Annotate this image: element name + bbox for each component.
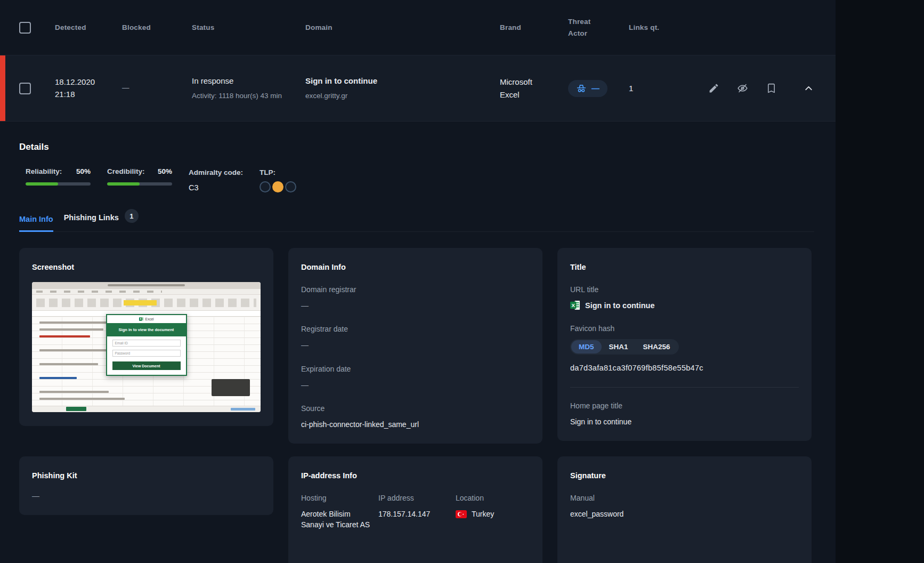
brand-cell: Microsoft Excel bbox=[500, 76, 568, 101]
signature-title: Signature bbox=[570, 471, 799, 480]
threat-actor-cell: — bbox=[568, 80, 629, 97]
details-panel: Details Reliability: 50% Credibility: 50… bbox=[0, 122, 836, 563]
status-cell: In response Activity: 1118 hour(s) 43 mi… bbox=[192, 75, 305, 102]
home-page-title-field: Home page title Sign in to continue bbox=[570, 401, 799, 427]
status-activity: Activity: 1118 hour(s) 43 min bbox=[192, 91, 289, 101]
info-cards-grid: Screenshot bbox=[19, 248, 814, 563]
threat-actor-value: — bbox=[591, 84, 599, 93]
credibility-label: Credibility: bbox=[107, 167, 145, 175]
status-value: In response bbox=[192, 75, 305, 87]
screenshot-view-document-button: View Document bbox=[112, 361, 181, 370]
links-qt-cell: 1 bbox=[629, 84, 682, 93]
screenshot-email-input: Email ID bbox=[112, 340, 181, 347]
blocked-cell: — bbox=[122, 83, 192, 93]
signature-manual-field: Manual excel_password bbox=[570, 494, 799, 519]
column-header-domain: Domain bbox=[305, 23, 500, 31]
table-header: Detected Blocked Status Domain Brand Thr… bbox=[0, 0, 836, 55]
favicon-hash-field: Favicon hash MD5 SHA1 SHA256 da7d3afa81c… bbox=[570, 324, 799, 372]
reliability-metric: Reliability: 50% bbox=[26, 167, 91, 186]
phishing-screenshot-thumbnail[interactable]: X Excel Sign in to view the document Ema… bbox=[32, 282, 261, 412]
select-all-checkbox[interactable] bbox=[19, 22, 31, 34]
table-row[interactable]: 18.12.2020 21:18 — In response Activity:… bbox=[0, 55, 836, 122]
title-card-title: Title bbox=[570, 263, 799, 271]
ip-info-title: IP-address Info bbox=[301, 471, 530, 480]
screenshot-dialog-title: Sign in to view the document bbox=[107, 323, 186, 336]
expiration-date-field: Expiration date — bbox=[301, 365, 530, 390]
excel-favicon-icon: X bbox=[570, 300, 580, 310]
screenshot-password-input: Password bbox=[112, 350, 181, 357]
url-title-field: URL title X Sign in to continue bbox=[570, 285, 799, 310]
phishing-links-count-badge: 1 bbox=[125, 209, 139, 223]
reliability-value: 50% bbox=[76, 167, 91, 175]
page-content: Detected Blocked Status Domain Brand Thr… bbox=[0, 0, 836, 563]
phishing-kit-card: Phishing Kit — bbox=[19, 456, 273, 515]
threat-actor-pill[interactable]: — bbox=[568, 80, 607, 97]
reliability-label: Reliability: bbox=[26, 167, 62, 175]
location-column: Location Turkey bbox=[456, 494, 530, 530]
collapse-chevron-icon[interactable] bbox=[803, 83, 814, 94]
signature-manual-value: excel_password bbox=[570, 509, 799, 519]
screenshot-card-title: Screenshot bbox=[32, 263, 261, 271]
domain-title: Sign in to continue bbox=[305, 75, 500, 87]
signature-card: Signature Manual excel_password bbox=[557, 456, 812, 563]
detail-tabs: Main Info Phishing Links 1 bbox=[19, 211, 814, 232]
screenshot-card: Screenshot bbox=[19, 248, 273, 426]
brand-value: Microsoft Excel bbox=[500, 76, 549, 101]
tlp-indicator bbox=[260, 181, 296, 192]
screenshot-excel-titlebar bbox=[32, 282, 261, 289]
row-checkbox[interactable] bbox=[19, 83, 31, 94]
screenshot-dialog-app-name: Excel bbox=[145, 317, 154, 321]
links-qt-value: 1 bbox=[629, 84, 633, 93]
domain-info-card: Domain Info Domain registrar — Registrar… bbox=[288, 248, 542, 444]
svg-text:X: X bbox=[140, 318, 141, 320]
admiralty-metric: Admiralty code: C3 bbox=[189, 167, 243, 192]
reliability-bar bbox=[26, 182, 91, 186]
edit-button[interactable] bbox=[708, 83, 719, 94]
tab-phishing-links[interactable]: Phishing Links 1 bbox=[64, 211, 139, 231]
favicon-hash-value: da7d3afa81ca3f0769fb85f58e55b47c bbox=[570, 364, 799, 372]
screenshot-signin-dialog: X Excel Sign in to view the document Ema… bbox=[106, 314, 187, 376]
excel-mini-icon: X bbox=[139, 317, 144, 321]
blocked-value: — bbox=[122, 83, 192, 93]
credibility-bar bbox=[107, 182, 172, 186]
source-field: Source ci-phish-connector-linked_same_ur… bbox=[301, 404, 530, 430]
column-header-blocked: Blocked bbox=[122, 23, 192, 31]
turkey-flag-icon bbox=[456, 510, 467, 518]
tab-main-info[interactable]: Main Info bbox=[19, 215, 53, 232]
tlp-metric: TLP: bbox=[260, 167, 296, 192]
hosting-value: Aerotek Bilisim Sanayi ve Ticaret AS bbox=[301, 509, 378, 530]
admiralty-value: C3 bbox=[189, 183, 243, 192]
location-value: Turkey bbox=[472, 509, 494, 519]
ip-address-value: 178.157.14.147 bbox=[378, 509, 456, 519]
ip-address-column: IP address 178.157.14.147 bbox=[378, 494, 456, 530]
title-card-divider bbox=[570, 387, 799, 388]
domain-registrar-field: Domain registrar — bbox=[301, 285, 530, 311]
tlp-dot-amber-active bbox=[272, 181, 283, 192]
hash-tab-sha256[interactable]: SHA256 bbox=[636, 340, 678, 353]
admiralty-label: Admiralty code: bbox=[189, 168, 243, 176]
svg-text:X: X bbox=[572, 302, 576, 308]
details-title: Details bbox=[19, 142, 814, 152]
hide-button[interactable] bbox=[736, 83, 748, 94]
registrar-date-field: Registrar date — bbox=[301, 325, 530, 350]
bookmark-button[interactable] bbox=[765, 83, 777, 94]
detected-time: 21:18 bbox=[55, 89, 122, 101]
phishing-kit-title: Phishing Kit bbox=[32, 471, 261, 480]
column-header-threat-actor: Threat Actor bbox=[568, 16, 629, 39]
hash-tab-md5[interactable]: MD5 bbox=[571, 340, 602, 353]
detected-cell: 18.12.2020 21:18 bbox=[55, 76, 122, 100]
tlp-dot-3 bbox=[285, 181, 296, 192]
metrics: Reliability: 50% Credibility: 50% Admira… bbox=[26, 167, 814, 192]
tlp-dot-1 bbox=[260, 181, 271, 192]
incognito-icon bbox=[576, 84, 587, 93]
hash-tab-sha1[interactable]: SHA1 bbox=[602, 340, 636, 353]
phishing-kit-value: — bbox=[32, 490, 261, 501]
tab-phishing-links-label: Phishing Links bbox=[64, 213, 119, 222]
column-header-links-qt: Links qt. bbox=[629, 23, 682, 31]
ip-address-info-card: IP-address Info Hosting Aerotek Bilisim … bbox=[288, 456, 542, 563]
hash-type-switch: MD5 SHA1 SHA256 bbox=[570, 339, 679, 355]
detected-date: 18.12.2020 bbox=[55, 76, 122, 89]
domain-url: excel.gritty.gr bbox=[305, 91, 500, 101]
domain-cell: Sign in to continue excel.gritty.gr bbox=[305, 75, 500, 102]
title-card: Title URL title X Sign in to continue bbox=[557, 248, 812, 441]
